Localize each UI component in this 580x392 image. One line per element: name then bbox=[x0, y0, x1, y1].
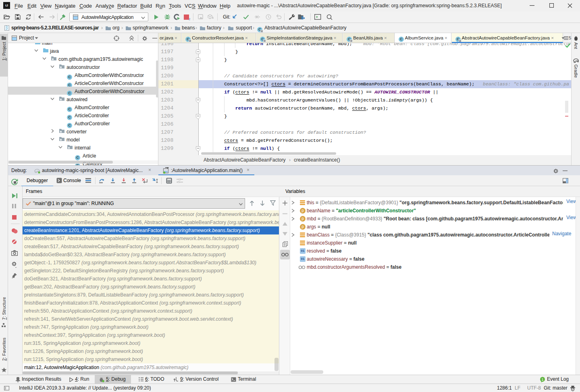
svg-text:1: 1 bbox=[541, 377, 543, 382]
svg-text:2: 2 bbox=[189, 17, 190, 21]
